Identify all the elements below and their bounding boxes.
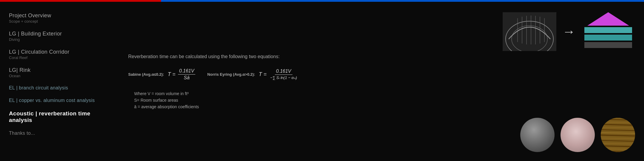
right-content: → [468,8,635,155]
sidebar-item-copper-aluminum[interactable]: EL | copper vs. aluminum cost analysis [9,96,110,105]
sidebar-title-thanks: Thanks to... [9,131,110,136]
norris-equation: T = 0.161V −∑ Sᵢ ln(1 − αᵢₙ) [259,69,298,80]
norris-formula-block: Norris Eyring (Avg.α>0.2): T = 0.161V −∑… [207,69,298,80]
layers-visual [581,11,635,52]
building-photo-inner [503,12,556,51]
norris-numerator: 0.161V [275,69,292,75]
middle-content: Reverberation time can be calculated usi… [110,8,468,155]
sidebar-item-rink[interactable]: LG| Rink Ocean [9,65,110,80]
formula-intro-text: Reverberation time can be calculated usi… [128,54,450,59]
svg-rect-0 [503,12,556,51]
sidebar-item-branch-circuit[interactable]: EL | branch circuit analysis [9,83,110,92]
sabine-numerator: 0.161V [178,68,196,75]
sidebar-title-reverberation: Acoustic | reverberation time analysis [9,110,110,123]
svg-rect-11 [584,27,632,33]
sidebar-subtitle-building-exterior: Diving [9,37,110,42]
material-wood-circle [601,118,635,152]
variable-v: Where V = room volume in ft³ [134,91,450,96]
building-photo [503,12,556,51]
arrow-icon: → [562,24,575,39]
sidebar-title-branch-circuit: EL | branch circuit analysis [9,85,110,91]
formulas-row: Sabine (Avg.α≤0.2): T = 0.161V Sā Norris… [128,68,450,80]
svg-rect-12 [584,35,632,41]
variable-s: S= Room surface areas [134,98,450,103]
top-visual: → [468,11,635,52]
norris-t-var: T = [259,71,267,78]
material-concrete-circle [520,118,555,152]
sidebar-item-thanks[interactable]: Thanks to... [9,129,110,138]
norris-fraction: 0.161V −∑ Sᵢ ln(1 − αᵢₙ) [269,69,298,80]
material-plaster-circle [561,118,595,152]
sidebar: Project Overview Scope + concept LG | Bu… [9,8,110,155]
sabine-fraction: 0.161V Sā [178,68,196,80]
variables-block: Where V = room volume in ft³ S= Room sur… [134,91,450,109]
variable-a: ā = average absorption coefficients [134,104,450,109]
norris-denominator: −∑ Sᵢ ln(1 − αᵢₙ) [269,75,298,80]
svg-marker-10 [587,12,629,26]
sidebar-title-circulation-corridor: LG | Circulation Corridor [9,49,110,55]
svg-line-27 [601,149,635,149]
sidebar-item-reverberation[interactable]: Acoustic | reverberation time analysis [9,109,110,125]
sidebar-item-building-exterior[interactable]: LG | Building Exterior Diving [9,29,110,44]
sabine-equation: T = 0.161V Sā [168,68,195,80]
sidebar-title-project-overview: Project Overview [9,13,110,19]
sabine-label: Sabine (Avg.α≤0.2): [128,72,164,77]
sidebar-subtitle-circulation-corridor: Coral Reef [9,55,110,60]
svg-rect-13 [584,42,632,48]
bottom-materials [468,118,635,152]
sidebar-title-building-exterior: LG | Building Exterior [9,31,110,37]
norris-label: Norris Eyring (Avg.α>0.2): [207,72,255,77]
sidebar-title-rink: LG| Rink [9,67,110,73]
sabine-denominator: Sā [182,75,191,80]
sidebar-subtitle-project-overview: Scope + concept [9,19,110,24]
sidebar-title-copper-aluminum: EL | copper vs. aluminum cost analysis [9,98,110,103]
main-content: Project Overview Scope + concept LG | Bu… [0,2,644,161]
sidebar-subtitle-rink: Ocean [9,74,110,78]
svg-line-16 [601,119,635,120]
sabine-t-var: T = [168,71,176,78]
svg-line-28 [601,151,635,152]
sabine-formula-block: Sabine (Avg.α≤0.2): T = 0.161V Sā [128,68,195,80]
sidebar-item-project-overview[interactable]: Project Overview Scope + concept [9,11,110,25]
sidebar-item-circulation-corridor[interactable]: LG | Circulation Corridor Coral Reef [9,47,110,62]
